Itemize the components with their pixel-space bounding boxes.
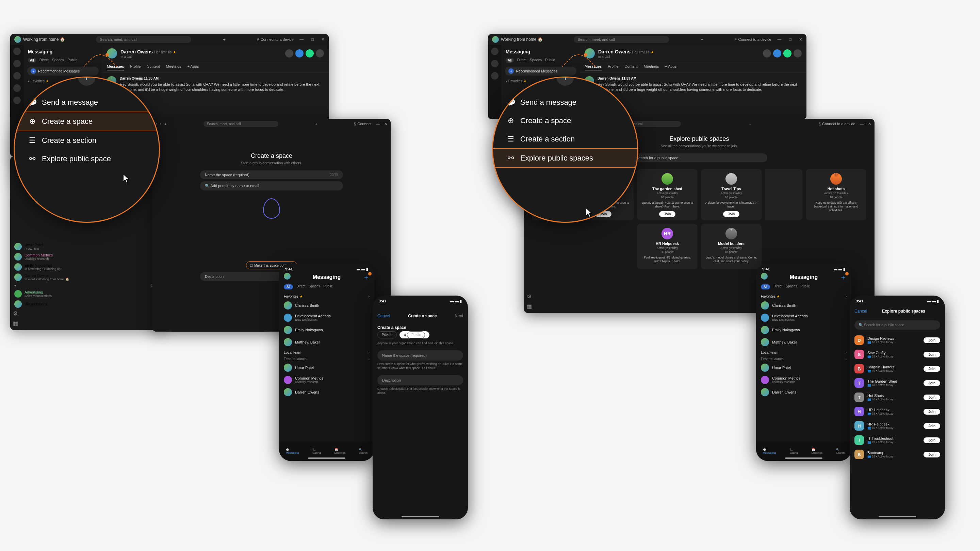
- menu-create-section[interactable]: ☰Create a section: [493, 130, 637, 148]
- menu-create-space[interactable]: ⊕Create a space: [14, 111, 159, 131]
- menu-create-space[interactable]: ⊕Create a space: [493, 111, 637, 130]
- rail-icon[interactable]: [13, 48, 21, 55]
- join-button[interactable]: Join: [924, 337, 940, 343]
- local-team-header[interactable]: Local team›: [279, 348, 374, 355]
- list-item[interactable]: Common MetricsUsability research: [10, 252, 163, 262]
- voice-call-icon[interactable]: [295, 49, 304, 57]
- space-row[interactable]: T The Garden Shed👥 40 • Active today Joi…: [850, 376, 945, 390]
- tab-public[interactable]: Public: [324, 284, 333, 289]
- local-team-header[interactable]: Local team›: [756, 348, 851, 355]
- join-button[interactable]: Join: [924, 366, 940, 372]
- mobile-tabs[interactable]: All Direct Spaces Public: [279, 283, 374, 292]
- space-row[interactable]: S Sew Crafty👥 25 • Active today Join: [850, 347, 945, 362]
- menu-explore[interactable]: ⚯Explore public spaces: [493, 148, 637, 168]
- chat-tabs[interactable]: Messages Profile Content Meetings + Apps: [102, 62, 329, 73]
- tab-spaces[interactable]: Spaces: [530, 58, 542, 63]
- list-item[interactable]: Visualizations: [10, 299, 163, 309]
- next-button[interactable]: Next: [455, 314, 463, 318]
- tab-spaces[interactable]: Spaces: [309, 284, 320, 289]
- join-button[interactable]: Join: [924, 437, 940, 443]
- connect-device[interactable]: ⎘ Connect: [354, 122, 371, 126]
- join-button[interactable]: Join: [924, 380, 940, 386]
- tab-meetings[interactable]: Meetings: [166, 64, 181, 70]
- grid-icon[interactable]: ▦: [527, 303, 532, 310]
- list-item[interactable]: Darren OwensIn a call • Working from hom…: [10, 272, 163, 282]
- rail-icon[interactable]: [13, 84, 21, 92]
- space-card[interactable]: ✈Model buildersActive yesterday40 people…: [701, 224, 762, 269]
- join-button[interactable]: Join: [723, 211, 740, 217]
- tab-content[interactable]: Content: [147, 64, 160, 70]
- space-row[interactable]: T Hot Shots👥 40 • Active today Join: [850, 390, 945, 404]
- tab-spaces[interactable]: Spaces: [52, 58, 64, 63]
- avatar-icon[interactable]: [761, 273, 768, 279]
- space-card[interactable]: Travel TipsActive yesterday20 peopleA pl…: [701, 169, 762, 221]
- list-item[interactable]: Emily Nakagawa: [756, 324, 851, 336]
- tab-all[interactable]: All: [506, 58, 514, 63]
- tab-all[interactable]: All: [284, 284, 293, 289]
- list-item[interactable]: Matthew Baker: [279, 336, 374, 348]
- tab-direct[interactable]: Direct: [296, 284, 305, 289]
- avatar-icon[interactable]: [284, 273, 291, 279]
- list-item[interactable]: Matthew Baker: [756, 336, 851, 348]
- settings-icon[interactable]: ⚙: [527, 293, 532, 300]
- list-item[interactable]: Emily NakagawaIn a meeting • Catching up…: [10, 262, 163, 272]
- more-icon[interactable]: [316, 49, 324, 57]
- public-option[interactable]: ● Public: [399, 331, 430, 338]
- tab-spaces[interactable]: Spaces: [786, 284, 797, 289]
- list-item[interactable]: Common MetricsUsability research: [756, 374, 851, 386]
- action-icon[interactable]: [763, 49, 771, 57]
- tab-apps[interactable]: + Apps: [665, 64, 677, 70]
- space-row[interactable]: I IT Troubleshoot👥 25 • Active today Joi…: [850, 433, 945, 447]
- space-search-input[interactable]: Search for a public space: [631, 153, 767, 162]
- video-call-icon[interactable]: [305, 49, 314, 57]
- settings-icon[interactable]: ⚙: [13, 310, 18, 317]
- tab-public[interactable]: Public: [67, 58, 77, 63]
- space-name-input[interactable]: Name the space (required): [377, 350, 463, 360]
- space-row[interactable]: D Design Reviews👥 10 • Active today Join: [850, 333, 945, 347]
- tab-content[interactable]: Content: [624, 64, 638, 70]
- tab-profile[interactable]: Profile: [130, 64, 140, 70]
- list-item[interactable]: Emily Nakagawa: [279, 324, 374, 336]
- nav-meetings[interactable]: 📅Meetings: [334, 448, 345, 454]
- nav-meetings[interactable]: 📅Meetings: [811, 448, 822, 454]
- list-item[interactable]: Clarissa Smith: [756, 299, 851, 311]
- rail-icon[interactable]: [13, 72, 21, 79]
- favorites-header[interactable]: Favorites ★›: [279, 292, 374, 299]
- rail-icon[interactable]: [491, 60, 498, 67]
- join-button[interactable]: Join: [924, 409, 940, 414]
- search-input[interactable]: Search, meet, and call: [204, 121, 278, 127]
- private-option[interactable]: Private: [377, 331, 397, 338]
- menu-create-section[interactable]: ☰Create a section: [14, 131, 159, 150]
- tab-apps[interactable]: + Apps: [188, 64, 199, 70]
- tab-meetings[interactable]: Meetings: [644, 64, 659, 70]
- tab-all[interactable]: All: [28, 58, 36, 63]
- nav-messaging[interactable]: 💬Messaging: [763, 448, 776, 454]
- space-row[interactable]: H HR Helpdesk👥 35 • Active today Join: [850, 404, 945, 419]
- space-row[interactable]: H HR Helpdesk👥 50 • Active today Join: [850, 419, 945, 433]
- window-controls[interactable]: —□✕: [300, 37, 325, 42]
- back-icon[interactable]: ‹: [156, 121, 157, 127]
- add-people-input[interactable]: 🔍 Add people by name or email: [200, 181, 343, 191]
- action-icon[interactable]: [285, 49, 293, 57]
- rail-icon[interactable]: [491, 48, 498, 55]
- voice-call-icon[interactable]: [773, 49, 781, 57]
- user-status[interactable]: Working from home 🏠: [14, 36, 65, 43]
- window-controls[interactable]: —□✕: [778, 37, 802, 42]
- space-name-input[interactable]: Name the space (required)00/75: [200, 170, 343, 179]
- list-item[interactable]: Umar Patel: [279, 362, 374, 374]
- tab-public[interactable]: Public: [801, 284, 810, 289]
- join-button[interactable]: Join: [924, 352, 940, 357]
- list-item[interactable]: Darren Owens: [279, 386, 374, 398]
- list-item[interactable]: Umar Patel: [756, 362, 851, 374]
- space-card[interactable]: The garden shedActive yesterday60 people…: [637, 169, 698, 221]
- tab-profile[interactable]: Profile: [608, 64, 618, 70]
- nav-calling[interactable]: 📞Calling: [312, 448, 321, 454]
- feature-header[interactable]: Feature launch›: [279, 355, 374, 362]
- compose-icon[interactable]: ＋: [840, 273, 846, 283]
- connect-device[interactable]: ⎘ Connect to a device: [257, 37, 293, 41]
- rail-icon[interactable]: [13, 97, 21, 104]
- connect-device[interactable]: ⎘ Connect to a device: [819, 122, 855, 126]
- more-icon[interactable]: [794, 49, 802, 57]
- nav-search[interactable]: 🔍Search: [359, 448, 368, 454]
- tab-all[interactable]: All: [761, 284, 770, 289]
